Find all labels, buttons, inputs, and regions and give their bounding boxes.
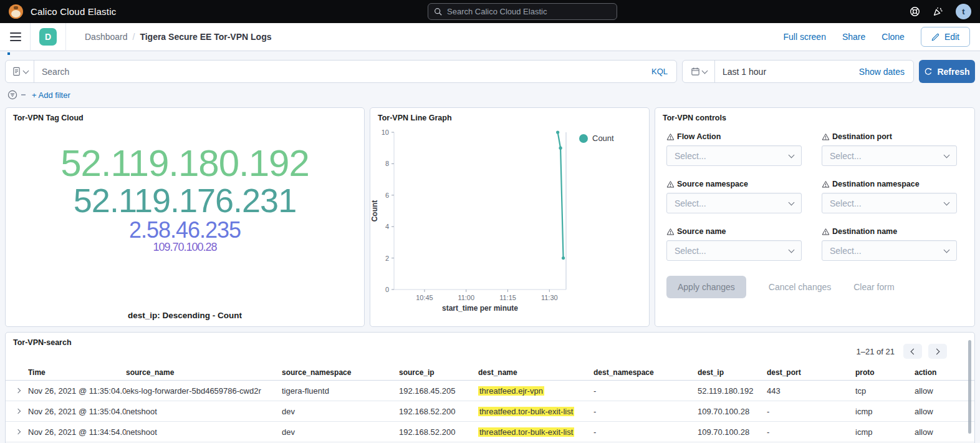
cell-time: Nov 26, 2021 @ 11:35:04.000 (28, 386, 126, 396)
breadcrumb-dashboard[interactable]: Dashboard (85, 32, 128, 42)
tag-cloud-term[interactable]: 52.119.180.192 (60, 144, 309, 183)
refresh-button-label: Refresh (937, 67, 969, 77)
svg-text:10:45: 10:45 (416, 294, 433, 301)
cell-dest_port: - (767, 407, 855, 416)
next-page-button[interactable] (928, 344, 947, 359)
column-header-action: action (915, 368, 974, 377)
tag-cloud-term[interactable]: 2.58.46.235 (129, 218, 241, 241)
time-range-picker[interactable]: Last 1 hour Show dates (682, 60, 914, 83)
apply-changes-button[interactable]: Apply changes (666, 276, 746, 298)
cell-action: allow (915, 427, 974, 437)
line-chart: 024681010:4511:0011:1511:30Countstart_ti… (370, 124, 647, 321)
control-select-flow-action[interactable]: Select... (666, 145, 802, 166)
time-range-value[interactable]: Last 1 hour (723, 67, 859, 77)
legend-item[interactable]: Count (579, 134, 614, 143)
cell-source_ip: 192.168.52.200 (399, 427, 478, 437)
svg-text:6: 6 (385, 192, 389, 199)
control-field-label: Flow Action (666, 132, 802, 141)
user-avatar[interactable]: t (956, 4, 971, 19)
control-field-label: Destination namespace (822, 180, 957, 188)
cell-time: Nov 26, 2021 @ 11:35:04.000 (28, 407, 126, 416)
control-select-destination-namespace[interactable]: Select... (822, 193, 957, 213)
cell-source_name: netshoot (126, 407, 282, 416)
clone-button[interactable]: Clone (882, 32, 905, 42)
row-expand-button[interactable] (13, 386, 23, 396)
saved-query-menu-button[interactable] (6, 61, 34, 82)
space-badge[interactable]: D (39, 28, 57, 46)
help-icon[interactable] (910, 6, 920, 17)
calendar-menu-button[interactable] (683, 61, 715, 82)
column-header-source_namespace: source_namespace (282, 368, 399, 377)
column-header-dest_ip: dest_ip (698, 368, 767, 377)
table-row[interactable]: Nov 26, 2021 @ 11:35:04.000netshootdev19… (6, 401, 974, 422)
cell-dest_name: threatfeed.ejr-vpn (478, 386, 593, 396)
table-row[interactable]: Nov 26, 2021 @ 11:34:54.000netshootdev19… (6, 422, 974, 442)
control-select-source-namespace[interactable]: Select... (666, 193, 802, 213)
control-field: Flow ActionSelect... (666, 132, 802, 166)
line-graph-panel: Tor-VPN Line Graph 024681010:4511:0011:1… (370, 107, 650, 327)
line-graph-panel-title: Tor-VPN Line Graph (370, 108, 649, 122)
dashboard-header-bar: D Dashboard / Tigera Secure EE Tor-VPN L… (0, 23, 980, 51)
control-select-source-name[interactable]: Select... (666, 240, 802, 261)
cell-dest_name: threatfeed.tor-bulk-exit-list (478, 407, 593, 416)
row-expand-button[interactable] (13, 427, 23, 437)
svg-text:10: 10 (382, 129, 389, 136)
control-field-label: Source name (666, 227, 802, 236)
share-button[interactable]: Share (842, 32, 865, 42)
add-filter-button[interactable]: + Add filter (32, 90, 70, 100)
chevron-right-icon (16, 409, 21, 414)
row-expand-button[interactable] (13, 406, 23, 416)
column-header-proto: proto (855, 368, 915, 377)
control-field: Destination namespaceSelect... (822, 180, 957, 213)
breadcrumb: Dashboard / Tigera Secure EE Tor-VPN Log… (85, 32, 271, 42)
kql-search-input[interactable]: Search KQL (5, 60, 677, 83)
show-dates-button[interactable]: Show dates (859, 67, 913, 77)
column-header-dest_port: dest_port (767, 368, 855, 377)
chevron-right-icon (16, 388, 21, 393)
svg-text:11:15: 11:15 (499, 294, 516, 301)
control-field-label: Source namespace (666, 180, 802, 188)
tag-cloud-term[interactable]: 109.70.100.28 (153, 241, 216, 253)
cell-proto: tcp (855, 386, 915, 396)
clear-form-button[interactable]: Clear form (853, 282, 894, 292)
svg-text:Count: Count (592, 134, 614, 143)
tag-cloud-terms: 52.119.180.19252.119.176.2312.58.46.2351… (6, 144, 364, 253)
menu-icon[interactable] (10, 32, 21, 41)
tag-cloud-term[interactable]: 52.119.176.231 (74, 183, 296, 218)
cell-dest_ip: 52.119.180.192 (698, 386, 767, 396)
global-search-input[interactable]: Search Calico Cloud Elastic (428, 3, 617, 20)
warning-icon (822, 180, 830, 188)
cell-proto: icmp (855, 407, 915, 416)
cell-proto: icmp (855, 427, 915, 437)
warning-icon (822, 133, 830, 141)
chevron-down-icon (789, 199, 795, 205)
chevron-right-icon (934, 348, 940, 354)
tag-cloud-panel-title: Tor-VPN Tag Cloud (6, 108, 364, 122)
news-icon[interactable] (933, 6, 943, 17)
filter-options-icon[interactable] (7, 90, 17, 100)
chevron-down-icon (944, 199, 950, 205)
edit-button[interactable]: Edit (921, 27, 970, 47)
refresh-button[interactable]: Refresh (919, 60, 975, 83)
previous-page-button[interactable] (903, 344, 922, 359)
tag-cloud-caption: dest_ip: Descending - Count (6, 311, 364, 320)
query-bar: Search KQL Last 1 hour Show dates Refres… (5, 60, 975, 83)
cell-source_ip: 192.168.52.200 (399, 407, 478, 416)
control-field-label: Destination name (822, 227, 957, 236)
chevron-down-icon (22, 67, 29, 74)
svg-text:2: 2 (385, 255, 389, 262)
refresh-icon (924, 67, 933, 76)
breadcrumb-current: Tigera Secure EE Tor-VPN Logs (140, 32, 271, 42)
cancel-changes-button[interactable]: Cancel changes (769, 282, 831, 292)
table-row[interactable]: Nov 26, 2021 @ 11:35:04.000eks-log-forwa… (6, 381, 974, 401)
edit-button-label: Edit (944, 32, 959, 42)
svg-text:11:30: 11:30 (541, 294, 558, 301)
full-screen-button[interactable]: Full screen (783, 32, 825, 42)
control-select-destination-port[interactable]: Select... (822, 145, 957, 166)
control-select-destination-name[interactable]: Select... (822, 240, 957, 261)
calendar-icon (691, 67, 700, 76)
control-field-label: Destination port (822, 132, 957, 141)
table-scrollbar[interactable] (968, 340, 971, 434)
query-placeholder: Search (42, 67, 643, 77)
kql-syntax-button[interactable]: KQL (643, 67, 676, 76)
